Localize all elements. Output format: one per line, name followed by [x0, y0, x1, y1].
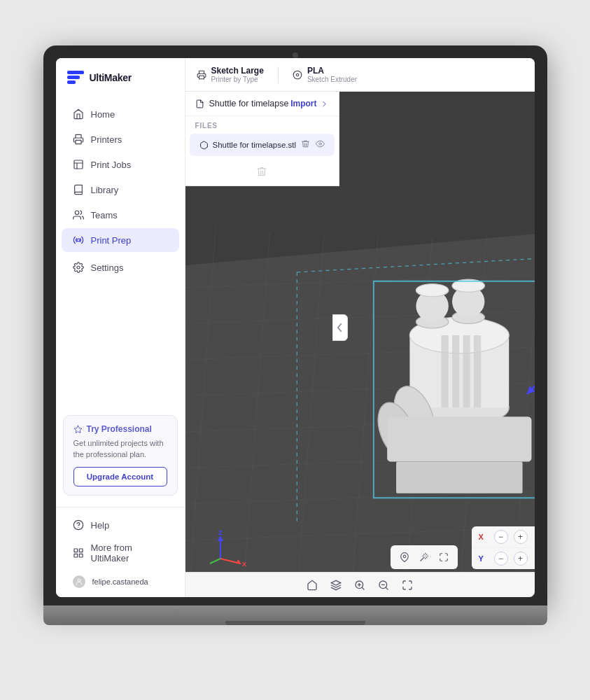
toolbar-separator: [278, 66, 279, 83]
sidebar-item-printers[interactable]: Printers: [62, 127, 179, 151]
svg-marker-70: [331, 580, 340, 585]
tool-controls: [391, 545, 458, 569]
viewport-home-button[interactable]: [304, 578, 320, 593]
viewport-bottom-toolbar: [185, 572, 535, 597]
svg-marker-64: [218, 536, 223, 541]
bottom-nav: Help More from UltiMaker f: [56, 507, 185, 597]
x-decrease-button[interactable]: −: [494, 530, 508, 544]
upgrade-desc: Get unlimited projects with the professi…: [73, 438, 167, 460]
file-panel-title: Shuttle for timelapse: [195, 99, 289, 108]
y-axis-control: Y − +: [472, 548, 535, 569]
screen-inner: UltiMaker Home: [56, 58, 535, 597]
sidebar-item-home[interactable]: Home: [62, 102, 179, 126]
sidebar-item-label-library: Library: [91, 185, 119, 195]
upgrade-pro-label: Try Professional: [73, 424, 167, 434]
sidebar-logo: UltiMaker: [56, 58, 185, 99]
xyz-controls: X − + Y − +: [472, 526, 535, 569]
sidebar-item-label-home: Home: [91, 109, 115, 120]
file-panel-header: Shuttle for timelapse Import: [185, 92, 339, 116]
sidebar-item-print-prep[interactable]: Print Prep: [62, 228, 179, 252]
svg-text:X: X: [242, 561, 246, 568]
teams-icon: [73, 209, 84, 220]
material-selector[interactable]: PLA Sketch Extruder: [293, 66, 357, 83]
viewport-zoom-in-button[interactable]: [352, 578, 367, 593]
axis-widget: Z X: [206, 527, 248, 569]
svg-point-16: [293, 71, 302, 79]
sidebar: UltiMaker Home: [56, 58, 185, 597]
magic-tool-button[interactable]: [416, 549, 433, 566]
svg-rect-44: [452, 335, 459, 407]
sidebar-item-label-print-prep: Print Prep: [91, 235, 132, 246]
laptop-base: [43, 606, 547, 625]
x-label: X: [479, 533, 489, 541]
more-label: More from UltiMaker: [91, 542, 168, 564]
sidebar-item-settings[interactable]: Settings: [62, 255, 179, 279]
svg-rect-43: [441, 335, 448, 407]
x-increase-button[interactable]: +: [514, 530, 528, 544]
sidebar-item-library[interactable]: Library: [62, 178, 179, 202]
library-icon: [73, 184, 84, 195]
sidebar-item-label-settings: Settings: [91, 262, 124, 273]
printer-sublabel: Printer by Type: [211, 76, 264, 83]
x-axis-control: X − +: [472, 526, 535, 548]
username-label: felipe.castaneda: [92, 578, 148, 586]
svg-point-6: [77, 266, 80, 269]
sidebar-item-teams[interactable]: Teams: [62, 203, 179, 227]
file-item-name: Shuttle for timelapse.stl: [199, 141, 297, 150]
delete-icon[interactable]: [301, 139, 310, 151]
svg-marker-7: [74, 426, 82, 433]
screen-bezel: UltiMaker Home: [43, 46, 547, 606]
logo-icon: [67, 71, 84, 85]
pin-tool-button[interactable]: [396, 549, 413, 566]
viewport-fit-button[interactable]: [400, 578, 415, 593]
svg-point-14: [78, 579, 80, 582]
material-name: PLA: [307, 66, 357, 76]
svg-point-17: [296, 74, 299, 76]
svg-point-4: [75, 211, 78, 214]
laptop-container: UltiMaker Home: [33, 46, 558, 654]
import-button[interactable]: Import: [290, 99, 328, 108]
expand-tool-button[interactable]: [435, 549, 452, 566]
upgrade-account-button[interactable]: Upgrade Account: [73, 467, 167, 486]
svg-point-5: [77, 239, 80, 241]
upgrade-card: Try Professional Get unlimited projects …: [63, 415, 178, 496]
files-section-label: FILES: [185, 116, 339, 132]
logo-text: UltiMaker: [90, 72, 132, 83]
camera-dot: [293, 52, 298, 58]
home-icon: [73, 108, 84, 120]
svg-point-51: [416, 284, 448, 297]
material-sublabel: Sketch Extruder: [307, 76, 357, 83]
user-item[interactable]: felipe.castaneda: [62, 570, 179, 594]
grid-icon: [73, 547, 84, 559]
printer-name: Sketch Large: [211, 66, 264, 76]
main-content: Sketch Large Printer by Type PLA Sketch …: [185, 58, 535, 597]
svg-rect-1: [74, 160, 83, 169]
printer-selector[interactable]: Sketch Large Printer by Type: [197, 66, 264, 83]
svg-rect-15: [199, 76, 204, 79]
print-prep-icon: [73, 234, 84, 246]
sidebar-item-label-teams: Teams: [91, 210, 118, 220]
y-decrease-button[interactable]: −: [494, 552, 508, 566]
nav-section: Home Printers Print Jobs: [56, 99, 185, 410]
file-item[interactable]: Shuttle for timelapse.stl: [190, 134, 335, 156]
sidebar-item-label-printers: Printers: [91, 134, 122, 145]
y-increase-button[interactable]: +: [514, 552, 528, 566]
svg-rect-46: [473, 335, 480, 407]
viewport-zoom-out-button[interactable]: [376, 578, 391, 593]
app-ui: UltiMaker Home: [56, 58, 535, 597]
help-icon: [73, 519, 84, 531]
eye-icon[interactable]: [316, 139, 325, 151]
svg-rect-12: [74, 554, 78, 557]
sidebar-item-print-jobs[interactable]: Print Jobs: [62, 153, 179, 176]
collapse-panel-button[interactable]: [332, 314, 348, 341]
svg-rect-56: [396, 462, 523, 493]
svg-rect-0: [76, 140, 81, 144]
svg-point-78: [403, 555, 406, 558]
svg-rect-11: [79, 549, 83, 552]
svg-rect-10: [74, 549, 78, 552]
viewport-layers-button[interactable]: [328, 578, 344, 593]
svg-rect-13: [79, 554, 83, 557]
more-item[interactable]: More from UltiMaker: [62, 537, 179, 569]
sidebar-item-label-print-jobs: Print Jobs: [91, 160, 132, 170]
help-item[interactable]: Help: [62, 514, 179, 536]
